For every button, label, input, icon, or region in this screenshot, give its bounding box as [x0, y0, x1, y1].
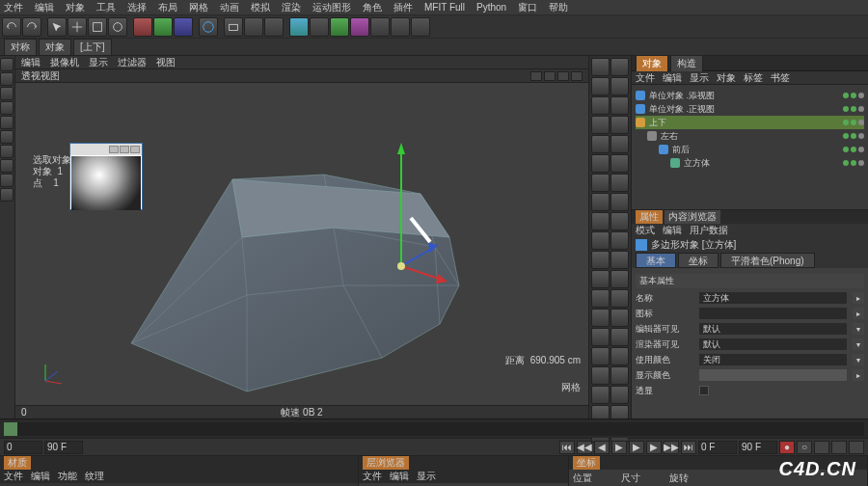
palette-button[interactable]: [591, 309, 610, 327]
palette-button[interactable]: [610, 270, 629, 288]
palette-button[interactable]: [610, 386, 629, 404]
camera-button[interactable]: [391, 17, 410, 37]
undo-button[interactable]: [2, 17, 21, 37]
axis-mode[interactable]: [0, 87, 14, 100]
palette-button[interactable]: [591, 347, 610, 365]
object-mode[interactable]: [0, 72, 14, 86]
menu-item[interactable]: Python: [476, 2, 506, 13]
palette-button[interactable]: [591, 193, 610, 211]
autokey-button[interactable]: ○: [797, 441, 812, 454]
menu-item[interactable]: 选择: [127, 1, 147, 14]
palette-button[interactable]: [591, 58, 610, 76]
poly-mode[interactable]: [0, 130, 14, 144]
menu-item[interactable]: 插件: [393, 1, 413, 14]
palette-button[interactable]: [610, 135, 629, 153]
model-mode[interactable]: [0, 58, 14, 71]
vp-menu-display[interactable]: 显示: [89, 56, 108, 69]
menu-item[interactable]: 窗口: [518, 1, 537, 14]
axis-z-button[interactable]: [174, 17, 193, 37]
tab-structure[interactable]: 构造: [670, 55, 703, 72]
render-settings-button[interactable]: [264, 17, 284, 37]
palette-button[interactable]: [591, 328, 610, 346]
palette-button[interactable]: [591, 116, 610, 134]
menu-item[interactable]: 帮助: [549, 1, 568, 14]
palette-button[interactable]: [591, 386, 610, 404]
scale-tool[interactable]: [88, 17, 107, 37]
hierarchy-row[interactable]: 前后: [636, 143, 864, 156]
preview-max-icon[interactable]: [120, 146, 129, 153]
palette-button[interactable]: [610, 347, 629, 365]
uv-mode[interactable]: [0, 159, 14, 173]
palette-button[interactable]: [610, 96, 629, 115]
material-preview-window[interactable]: [69, 143, 143, 210]
palette-button[interactable]: [591, 174, 610, 192]
menu-item[interactable]: 编辑: [35, 1, 54, 14]
palette-button[interactable]: [610, 154, 629, 173]
palette-button[interactable]: [591, 366, 610, 385]
attr-tab-coord[interactable]: 坐标: [678, 253, 719, 268]
environment-button[interactable]: [370, 17, 390, 37]
point-mode[interactable]: [0, 101, 14, 115]
menu-item[interactable]: 文件: [4, 1, 23, 14]
frame-current[interactable]: 0 F: [698, 441, 737, 454]
palette-button[interactable]: [610, 309, 629, 327]
menu-item[interactable]: 动画: [220, 1, 239, 14]
select-tool[interactable]: [47, 17, 67, 37]
preview-close-icon[interactable]: [130, 146, 140, 153]
crumb-1[interactable]: 对象: [39, 39, 71, 56]
palette-button[interactable]: [610, 116, 629, 134]
attr-tab-basic[interactable]: 基本: [636, 253, 676, 268]
vp-menu-edit[interactable]: 编辑: [21, 56, 41, 69]
palette-button[interactable]: [591, 135, 610, 153]
palette-button[interactable]: [610, 251, 629, 269]
deformer-button[interactable]: [350, 17, 369, 37]
timeline[interactable]: [0, 418, 868, 438]
axis-x-button[interactable]: [133, 17, 152, 37]
hierarchy-row[interactable]: 单位对象 .正视图: [636, 102, 864, 116]
key-rot-button[interactable]: [849, 441, 864, 454]
render-region-button[interactable]: [244, 17, 263, 37]
hierarchy-row[interactable]: 单位对象 .添视图: [636, 89, 864, 102]
palette-button[interactable]: [610, 366, 629, 385]
palette-button[interactable]: [591, 270, 610, 288]
palette-button[interactable]: [610, 174, 629, 192]
prev-key-button[interactable]: ◀◀: [577, 441, 592, 454]
render-button[interactable]: [224, 17, 243, 37]
prim-cube-button[interactable]: [289, 17, 309, 37]
tab-materials[interactable]: 材质: [4, 456, 31, 470]
palette-button[interactable]: [591, 289, 610, 308]
light-button[interactable]: [411, 17, 430, 37]
prim-spline-button[interactable]: [310, 17, 329, 37]
goto-start-button[interactable]: ⏮: [559, 441, 575, 454]
frame-range[interactable]: 90 F: [739, 441, 777, 454]
palette-button[interactable]: [610, 289, 629, 308]
menu-item[interactable]: 运动图形: [312, 1, 351, 14]
palette-button[interactable]: [591, 96, 610, 115]
key-pos-button[interactable]: [814, 441, 829, 454]
next-key-button[interactable]: ▶▶: [664, 441, 679, 454]
rotate-tool[interactable]: [108, 17, 127, 37]
vp-menu-filter[interactable]: 过滤器: [118, 56, 147, 69]
object-hierarchy[interactable]: 单位对象 .添视图单位对象 .正视图上下左右前后立方体: [632, 85, 868, 210]
vp-menu-view[interactable]: 视图: [156, 56, 176, 69]
palette-button[interactable]: [610, 77, 629, 95]
palette-button[interactable]: [591, 154, 610, 173]
attr-tab-phong[interactable]: 平滑着色(Phong): [720, 253, 815, 268]
vp-nav-2[interactable]: [544, 71, 556, 81]
palette-button[interactable]: [610, 193, 629, 211]
key-scale-button[interactable]: [831, 441, 847, 454]
timeline-marker[interactable]: [4, 422, 17, 436]
palette-button[interactable]: [610, 231, 629, 250]
crumb-2[interactable]: [上下]: [73, 39, 112, 56]
vp-menu-camera[interactable]: 摄像机: [50, 56, 79, 69]
menu-item[interactable]: MFIT Full: [424, 2, 465, 13]
hierarchy-row[interactable]: 立方体: [636, 156, 864, 170]
palette-button[interactable]: [591, 212, 610, 230]
palette-button[interactable]: [610, 58, 629, 76]
menu-item[interactable]: 对象: [66, 1, 85, 14]
texture-mode[interactable]: [0, 145, 14, 158]
tab-layers[interactable]: 层浏览器: [363, 456, 409, 470]
generator-button[interactable]: [330, 17, 349, 37]
frame-end[interactable]: 90 F: [44, 441, 83, 454]
snap-toggle[interactable]: [0, 174, 14, 187]
